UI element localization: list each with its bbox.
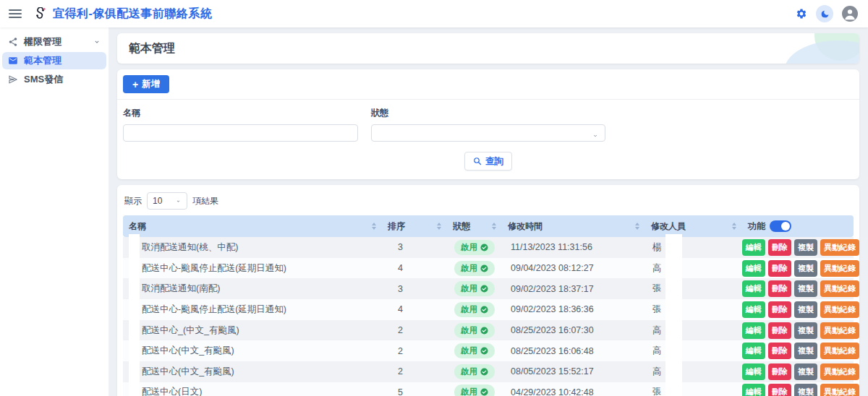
template-modifier: 高 <box>645 320 742 341</box>
name-filter-input[interactable] <box>123 124 358 142</box>
check-circle-icon <box>480 244 488 251</box>
change-log-button[interactable]: 異動紀錄 <box>820 384 859 396</box>
delete-button[interactable]: 刪除 <box>768 363 791 380</box>
template-modified-time: 09/04/2023 08:12:27 <box>502 258 645 279</box>
sidebar-item-templates[interactable]: 範本管理 <box>2 52 106 69</box>
template-modifier: 張 <box>645 278 742 299</box>
header-modifier[interactable]: 修改人員 <box>645 215 742 237</box>
delete-button[interactable]: 刪除 <box>768 280 791 297</box>
template-status: 啟用 <box>447 258 502 279</box>
edit-button[interactable]: 編輯 <box>742 322 765 339</box>
edit-button[interactable]: 編輯 <box>742 260 765 277</box>
delete-button[interactable]: 刪除 <box>768 384 791 396</box>
template-name: 配送中心(中文_有颱風) <box>123 340 382 361</box>
edit-button[interactable]: 編輯 <box>742 301 765 318</box>
status-filter-select[interactable] <box>371 124 606 142</box>
template-actions: 編輯 刪除 複製 異動紀錄 <box>742 237 854 258</box>
edit-button[interactable]: 編輯 <box>742 384 765 396</box>
copy-button[interactable]: 複製 <box>794 260 817 277</box>
sort-icon[interactable] <box>372 223 376 230</box>
search-button[interactable]: 查詢 <box>464 152 512 171</box>
header-status[interactable]: 狀態 <box>447 215 502 237</box>
template-modified-time: 08/05/2023 15:52:17 <box>502 361 645 382</box>
page-size-select[interactable]: 10 <box>147 192 187 210</box>
check-circle-icon <box>480 264 488 272</box>
results-bar: 顯示 10 項結果 <box>124 192 854 210</box>
edit-button[interactable]: 編輯 <box>742 280 765 297</box>
sort-icon[interactable] <box>732 223 736 230</box>
template-order: 4 <box>382 299 447 320</box>
header-order[interactable]: 排序 <box>382 215 447 237</box>
header-modified-time[interactable]: 修改時間 <box>502 215 645 237</box>
change-log-button[interactable]: 異動紀錄 <box>820 322 859 339</box>
user-avatar-icon[interactable] <box>842 6 858 22</box>
moon-icon <box>820 9 830 19</box>
change-log-button[interactable]: 異動紀錄 <box>820 343 859 359</box>
hamburger-icon[interactable] <box>9 9 22 18</box>
sidebar-item-permissions[interactable]: 權限管理 <box>2 33 106 51</box>
status-badge: 啟用 <box>454 261 495 276</box>
copy-button[interactable]: 複製 <box>794 301 817 318</box>
dark-mode-toggle[interactable] <box>816 5 833 22</box>
name-filter-field: 名稱 <box>123 107 358 142</box>
template-modifier: 楊 <box>645 237 742 258</box>
template-name: 配送中心(日文) <box>123 382 382 396</box>
check-circle-icon <box>480 327 488 335</box>
template-actions: 編輯 刪除 複製 異動紀錄 <box>742 299 854 320</box>
table-row: 配送中心-颱風停止配送(延期日通知) 4 啟用 09/04/2023 08:12… <box>123 258 854 279</box>
results-label: 項結果 <box>192 195 218 207</box>
copy-button[interactable]: 複製 <box>794 239 817 256</box>
table-row: 配送中心(日文) 5 啟用 04/29/2023 10:42:48 張 編輯 刪… <box>123 382 854 396</box>
template-order: 2 <box>382 320 447 341</box>
copy-button[interactable]: 複製 <box>794 280 817 297</box>
functions-toggle[interactable] <box>770 220 791 232</box>
table-row: 配送中心(中文_有颱風) 2 啟用 08/25/2023 16:06:48 高 … <box>123 340 854 361</box>
template-actions: 編輯 刪除 複製 異動紀錄 <box>742 278 854 299</box>
check-circle-icon <box>480 285 488 293</box>
edit-button[interactable]: 編輯 <box>742 239 765 256</box>
check-circle-icon <box>480 347 488 355</box>
copy-button[interactable]: 複製 <box>794 384 817 396</box>
table-card: 顯示 10 項結果 名稱 排序 狀態 修改時間 <box>117 185 859 396</box>
copy-button[interactable]: 複製 <box>794 322 817 339</box>
sort-icon[interactable] <box>492 223 496 230</box>
delete-button[interactable]: 刪除 <box>768 239 791 256</box>
template-name: 配送中心_(中文_有颱風) <box>123 320 382 341</box>
change-log-button[interactable]: 異動紀錄 <box>820 363 859 380</box>
delete-button[interactable]: 刪除 <box>768 343 791 359</box>
sort-icon[interactable] <box>437 223 441 230</box>
copy-button[interactable]: 複製 <box>794 343 817 359</box>
check-circle-icon <box>480 368 488 376</box>
change-log-button[interactable]: 異動紀錄 <box>820 301 859 318</box>
change-log-button[interactable]: 異動紀錄 <box>820 260 859 277</box>
delete-button[interactable]: 刪除 <box>768 322 791 339</box>
decor-blue-shape <box>784 40 859 64</box>
delete-button[interactable]: 刪除 <box>768 301 791 318</box>
template-modifier: 張 <box>645 382 742 396</box>
header-name[interactable]: 名稱 <box>123 215 382 237</box>
template-modified-time: 08/25/2023 16:07:30 <box>502 320 645 341</box>
template-status: 啟用 <box>447 382 502 396</box>
check-circle-icon <box>480 306 488 314</box>
change-log-button[interactable]: 異動紀錄 <box>820 239 859 256</box>
edit-button[interactable]: 編輯 <box>742 343 765 359</box>
template-order: 3 <box>382 237 447 258</box>
status-badge: 啟用 <box>454 323 495 338</box>
edit-button[interactable]: 編輯 <box>742 363 765 380</box>
add-button[interactable]: + 新增 <box>123 75 169 93</box>
sidebar-item-label: 權限管理 <box>24 35 88 48</box>
sidebar-item-label: SMS發信 <box>24 73 101 86</box>
template-modifier: 高 <box>645 258 742 279</box>
template-name: 取消配送通知(南配) <box>123 278 382 299</box>
status-badge: 啟用 <box>454 302 495 317</box>
template-actions: 編輯 刪除 複製 異動紀錄 <box>742 361 854 382</box>
copy-button[interactable]: 複製 <box>794 363 817 380</box>
sidebar-item-sms[interactable]: SMS發信 <box>2 71 106 88</box>
delete-button[interactable]: 刪除 <box>768 260 791 277</box>
gear-icon[interactable] <box>796 8 807 20</box>
redaction-band <box>129 234 140 396</box>
app-logo-icon <box>33 7 47 21</box>
sort-icon[interactable] <box>635 223 639 230</box>
change-log-button[interactable]: 異動紀錄 <box>820 280 859 297</box>
toolbar: + 新增 <box>117 69 859 100</box>
